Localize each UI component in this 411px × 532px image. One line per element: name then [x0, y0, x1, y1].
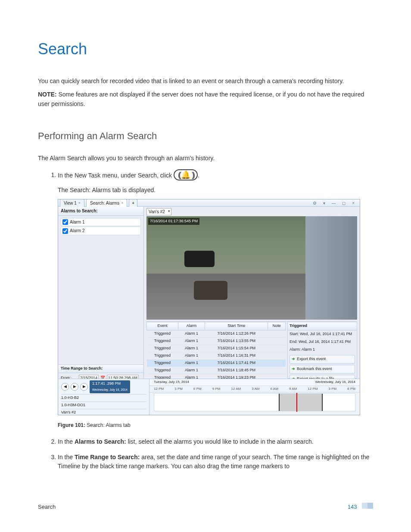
note-label: NOTE: — [38, 91, 57, 98]
timeline-tick: 12 PM — [308, 386, 318, 392]
step1-followup: The Search: Alarms tab is displayed. — [58, 186, 373, 195]
timeline-track[interactable] — [154, 393, 355, 411]
alarms-to-search-header: Alarms to Search: — [58, 207, 143, 216]
timeline-tick: 3 PM — [174, 386, 183, 392]
footer-decoration — [362, 503, 373, 509]
window-tabbar: View 1 × Search: Alarms × + ⚙ ▾ — ◻ × — [58, 199, 360, 207]
timeline-tick: 3 AM — [252, 386, 259, 392]
note-body: Some features are not displayed if the s… — [38, 91, 364, 107]
close-icon[interactable]: × — [121, 200, 123, 206]
alarm-label: Alarm 2 — [70, 227, 84, 234]
playback-time: 1:17:41 .298 PM Wednesday, July 16, 2014 — [90, 380, 130, 393]
figure-caption: Figure 101: Search: Alarms tab — [58, 421, 373, 429]
vehicle — [194, 281, 227, 300]
timeline-tick: 12 PM — [154, 386, 164, 392]
step3-bold: Time Range to Search: — [75, 454, 140, 460]
video-timestamp: 7/16/2014 01:17:36:545 PM — [148, 218, 199, 225]
arrow-icon: ➔ — [292, 366, 295, 372]
tab-search-alarms[interactable]: Search: Alarms × — [86, 199, 127, 207]
step1-pre: In the New Task menu, under Search, clic… — [58, 171, 174, 178]
tab-add[interactable]: + — [129, 199, 137, 207]
step2-post: list, select all the alarms you would li… — [126, 438, 314, 445]
step2-pre: In the — [58, 438, 75, 445]
step-2: In the Alarms to Search: list, select al… — [58, 437, 373, 447]
arrow-icon: ➔ — [292, 356, 295, 362]
step-1: In the New Task menu, under Search, clic… — [58, 170, 373, 429]
section-intro: The Alarm Search allows you to search th… — [38, 154, 373, 163]
figure-label: Figure 101: — [58, 422, 85, 428]
video-preview[interactable]: 7/16/2014 01:17:36:545 PM — [146, 216, 357, 320]
building — [305, 216, 357, 320]
step1-post: . — [198, 171, 199, 178]
alarm-bell-icon: 🔔 — [174, 169, 198, 180]
details-start-label: Start: — [290, 332, 299, 336]
table-row[interactable]: TriggeredAlarm 17/16/2014 1:13:55 PM — [147, 338, 286, 345]
details-header: Triggered — [288, 322, 357, 330]
bookmark-event-button[interactable]: ➔Bookmark this event — [290, 365, 355, 373]
step-3: In the Time Range to Search: area, set t… — [58, 453, 373, 471]
table-row[interactable]: TriggeredAlarm 17/16/2014 1:12:26 PM — [147, 330, 286, 338]
table-row[interactable]: TriggeredAlarm 17/16/2014 1:15:54 PM — [147, 345, 286, 352]
details-alarm-label: Alarm: — [290, 347, 301, 352]
col-note[interactable]: Note — [268, 322, 286, 330]
col-event[interactable]: Event — [147, 322, 178, 330]
tab-view1-label: View 1 — [64, 200, 77, 207]
figure-text: Search: Alarms tab — [85, 422, 131, 428]
table-row[interactable]: TriggeredAlarm 17/16/2014 1:17:41 PM — [147, 360, 286, 367]
window-controls[interactable]: ⚙ ▾ — ◻ × — [313, 200, 357, 207]
playback-next-button[interactable]: ▶ — [80, 383, 88, 391]
timeline-tick: 6 AM — [271, 386, 278, 392]
footer-section: Search — [38, 503, 56, 511]
screenshot-search-alarms: View 1 × Search: Alarms × + ⚙ ▾ — ◻ × Al… — [58, 199, 360, 415]
checkbox[interactable] — [62, 219, 68, 225]
footer-page-number: 143 — [348, 504, 357, 510]
timeline-date-left: Tuesday, July 15, 2014 — [154, 380, 189, 385]
page-footer: Search 143 — [38, 503, 373, 511]
col-start[interactable]: Start Time — [205, 322, 268, 330]
table-row[interactable]: TriggeredAlarm 17/16/2014 1:18:45 PM — [147, 367, 286, 374]
playback-prev-button[interactable]: ◀ — [61, 383, 69, 391]
note-paragraph: NOTE: Some features are not displayed if… — [38, 90, 373, 109]
timeline-tick: 6 PM — [347, 386, 355, 392]
tab-view1[interactable]: View 1 × — [60, 199, 84, 207]
checkbox[interactable] — [62, 228, 68, 234]
tab-search-alarms-label: Search: Alarms — [90, 200, 119, 207]
timeline-row[interactable]: 1.0-H3-B2 — [61, 394, 146, 401]
playback-play-button[interactable]: ▶ — [71, 383, 78, 391]
alarm-label: Alarm 1 — [70, 219, 84, 226]
timeline-tick: 3 PM — [329, 386, 337, 392]
details-start-value: Wed, Jul 16, 2014 1:17:41 PM — [300, 332, 352, 336]
timeline-tick: 9 PM — [212, 386, 221, 392]
time-range-header: Time Range to Search: — [58, 365, 143, 373]
details-end-value: Wed, Jul 16, 2014 1:17:41 PM — [299, 339, 351, 344]
table-row[interactable]: TriggeredAlarm 17/16/2014 1:16:31 PM — [147, 352, 286, 360]
col-alarm[interactable]: Alarm — [178, 322, 205, 330]
close-icon[interactable]: × — [78, 200, 81, 206]
section-title: Performing an Alarm Search — [38, 129, 373, 143]
vehicle — [184, 251, 215, 267]
timeline-range-marker[interactable] — [279, 394, 323, 411]
timeline-track-area[interactable]: Tuesday, July 15, 2014 Wednesday, July 1… — [149, 379, 360, 415]
alarm-checkbox-1[interactable]: Alarm 1 — [61, 218, 141, 227]
results-table[interactable]: Event Alarm Start Time Note TriggeredAla… — [146, 322, 286, 379]
export-event-button[interactable]: ➔Export this event — [290, 355, 355, 364]
timeline-tick: 9 AM — [289, 386, 297, 392]
page-title: Search — [38, 37, 373, 61]
timeline-row[interactable]: Van's #2 — [61, 409, 146, 415]
table-row[interactable]: TriggeredAlarm 17/16/2014 1:19:23 PM — [147, 374, 286, 379]
details-alarm-value: Alarm 1 — [302, 347, 315, 352]
timeline-row[interactable]: 1.0-H3M-DO1 — [61, 401, 146, 409]
timeline-tick: 12 AM — [231, 386, 241, 392]
step2-bold: Alarms to Search: — [75, 438, 126, 445]
timeline-date-right: Wednesday, July 16, 2014 — [315, 380, 355, 385]
camera-select[interactable]: Van's #2 — [146, 208, 171, 216]
timeline-tick: 6 PM — [193, 386, 202, 392]
intro-paragraph: You can quickly search for recorded vide… — [38, 77, 373, 86]
event-details-panel: Triggered Start: Wed, Jul 16, 2014 1:17:… — [287, 322, 357, 379]
details-end-label: End: — [290, 339, 298, 344]
alarm-checkbox-2[interactable]: Alarm 2 — [61, 227, 141, 235]
step3-pre: In the — [58, 454, 75, 460]
